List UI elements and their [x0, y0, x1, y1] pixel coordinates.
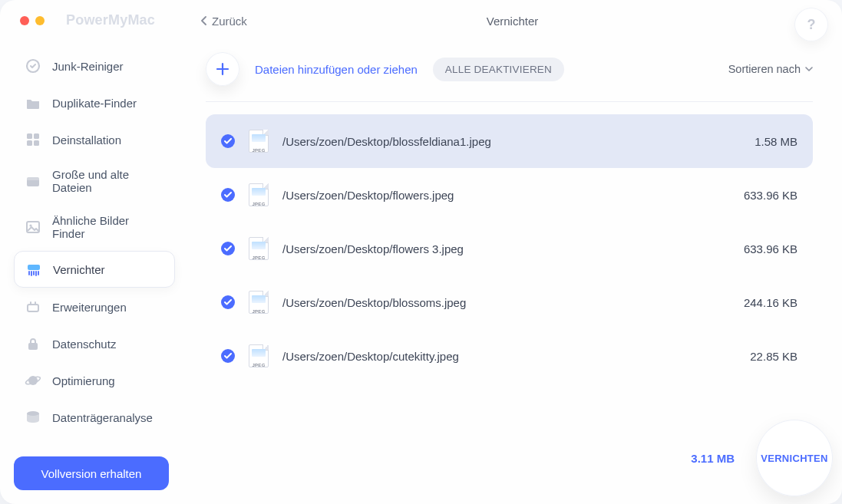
header: Zurück Vernichter ? [183, 0, 842, 41]
sidebar-item-label: Duplikate-Finder [52, 97, 137, 110]
help-icon: ? [807, 17, 816, 33]
full-version-button[interactable]: Vollversion erhalten [14, 456, 169, 490]
close-icon[interactable] [20, 16, 29, 25]
file-row[interactable]: JPEG/Users/zoen/Desktop/blossfeldiana1.j… [206, 114, 813, 168]
shred-button[interactable]: VERNICHTEN [756, 420, 833, 496]
sidebar-item-junk[interactable]: Junk-Reiniger [14, 48, 175, 84]
file-size: 1.58 MB [728, 135, 797, 148]
check-icon [224, 138, 232, 144]
row-checkbox[interactable] [221, 349, 235, 363]
shred-button-label: VERNICHTEN [761, 453, 828, 464]
check-icon [224, 299, 232, 305]
plus-icon [215, 61, 230, 77]
lock-icon [25, 335, 41, 352]
file-path: /Users/zoen/Desktop/flowers 3.jpeg [282, 242, 715, 255]
svg-rect-1 [27, 133, 32, 139]
sidebar-nav: Junk-ReinigerDuplikate-FinderDeinstallat… [0, 48, 183, 435]
sidebar-item-apps[interactable]: Deinstallation [14, 122, 175, 157]
sort-label: Sortieren nach [728, 63, 801, 75]
app-window: PowerMyMac Junk-ReinigerDuplikate-Finder… [0, 0, 842, 504]
file-type-icon: JPEG [249, 130, 269, 153]
sidebar-item-shredder[interactable]: Vernichter [14, 251, 175, 288]
folder-icon [25, 94, 41, 111]
file-size: 244.16 KB [728, 296, 797, 309]
sidebar-item-image[interactable]: Ähnliche Bilder Finder [14, 205, 175, 249]
file-row[interactable]: JPEG/Users/zoen/Desktop/cutekitty.jpeg22… [206, 329, 813, 383]
file-type-icon: JPEG [249, 291, 269, 314]
file-path: /Users/zoen/Desktop/cutekitty.jpeg [282, 350, 715, 363]
minimize-icon[interactable] [35, 16, 45, 25]
svg-rect-6 [27, 177, 39, 180]
row-checkbox[interactable] [221, 134, 235, 148]
file-row[interactable]: JPEG/Users/zoen/Desktop/flowers.jpeg633.… [206, 168, 813, 222]
sidebar-item-disk[interactable]: Datenträgeranalyse [14, 400, 175, 435]
svg-rect-4 [34, 140, 39, 146]
sidebar-item-label: Erweiterungen [52, 301, 127, 314]
file-type-icon: JPEG [249, 183, 269, 206]
svg-rect-10 [28, 305, 38, 311]
sidebar-item-lock[interactable]: Datenschutz [14, 326, 175, 361]
file-path: /Users/zoen/Desktop/flowers.jpeg [282, 189, 715, 202]
file-type-icon: JPEG [249, 237, 269, 260]
sidebar-item-plugin[interactable]: Erweiterungen [14, 289, 175, 324]
window-controls [20, 16, 45, 25]
svg-rect-2 [34, 133, 39, 139]
main-panel: Zurück Vernichter ? Dateien hinzufügen o… [183, 0, 842, 504]
file-row[interactable]: JPEG/Users/zoen/Desktop/blossoms.jpeg244… [206, 275, 813, 329]
add-files-hint: Dateien hinzufügen oder ziehen [255, 63, 418, 76]
sidebar-item-planet[interactable]: Optimierung [14, 363, 175, 398]
apps-icon [25, 131, 41, 148]
junk-icon [25, 58, 41, 74]
chevron-down-icon [805, 67, 813, 72]
footer: 3.11 MB VERNICHTEN [691, 420, 833, 496]
deactivate-all-button[interactable]: ALLE DEAKTIVIEREN [433, 58, 564, 81]
page-title: Vernichter [487, 15, 539, 28]
check-icon [224, 353, 232, 359]
file-type-icon: JPEG [249, 344, 269, 367]
file-size: 22.85 KB [728, 350, 797, 363]
sidebar-item-label: Große und alte Dateien [52, 168, 164, 194]
check-icon [224, 192, 232, 198]
image-icon [25, 219, 41, 236]
total-size: 3.11 MB [691, 452, 735, 465]
back-label: Zurück [212, 15, 247, 28]
file-size: 633.96 KB [728, 242, 797, 255]
chevron-left-icon [201, 16, 207, 25]
app-name: PowerMyMac [66, 12, 155, 28]
sidebar-item-label: Datenschutz [52, 338, 116, 351]
file-path: /Users/zoen/Desktop/blossfeldiana1.jpeg [282, 135, 715, 148]
check-icon [224, 245, 232, 252]
add-files-button[interactable] [206, 52, 239, 86]
row-checkbox[interactable] [221, 295, 235, 309]
row-checkbox[interactable] [221, 188, 235, 202]
planet-icon [25, 372, 41, 389]
sidebar: PowerMyMac Junk-ReinigerDuplikate-Finder… [0, 0, 183, 504]
shredder-icon [25, 261, 42, 278]
sidebar-item-label: Junk-Reiniger [52, 60, 124, 73]
svg-rect-9 [28, 265, 40, 270]
sidebar-item-label: Deinstallation [52, 133, 121, 147]
sidebar-item-label: Vernichter [53, 263, 105, 276]
row-checkbox[interactable] [221, 242, 235, 255]
sidebar-item-box[interactable]: Große und alte Dateien [14, 159, 175, 203]
back-button[interactable]: Zurück [201, 15, 247, 28]
sidebar-item-label: Datenträgeranalyse [52, 411, 153, 424]
file-size: 633.96 KB [728, 189, 797, 202]
sidebar-item-label: Optimierung [52, 374, 115, 387]
file-path: /Users/zoen/Desktop/blossoms.jpeg [282, 296, 715, 309]
svg-rect-3 [27, 140, 32, 146]
file-row[interactable]: JPEG/Users/zoen/Desktop/flowers 3.jpeg63… [206, 222, 813, 275]
help-button[interactable]: ? [794, 8, 828, 41]
sidebar-item-folder[interactable]: Duplikate-Finder [14, 85, 175, 120]
title-bar: PowerMyMac [0, 8, 183, 42]
plugin-icon [25, 298, 41, 315]
toolbar: Dateien hinzufügen oder ziehen ALLE DEAK… [183, 41, 842, 97]
sort-dropdown[interactable]: Sortieren nach [728, 63, 813, 75]
sidebar-item-label: Ähnliche Bilder Finder [52, 214, 164, 240]
box-icon [25, 173, 41, 189]
svg-rect-11 [28, 343, 38, 350]
disk-icon [25, 409, 41, 426]
